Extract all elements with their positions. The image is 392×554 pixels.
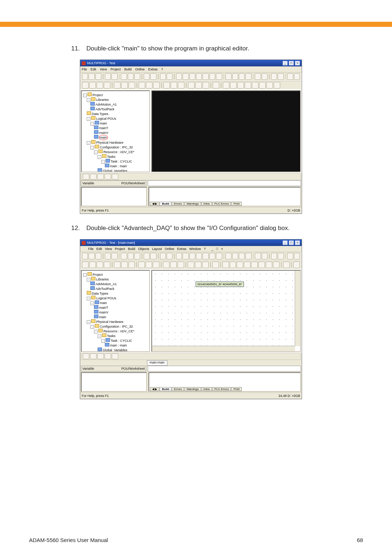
editor-canvas-2[interactable]: 001ADAM5051_B* ADAM5056_B* — [151, 270, 301, 352]
tree-advmotion[interactable]: AdvMotion_A1 — [95, 103, 117, 106]
tool-icon[interactable] — [167, 253, 172, 259]
tree-tasks[interactable]: Tasks — [107, 155, 115, 159]
mdi-maximize[interactable]: □ — [216, 247, 218, 251]
tool-icon[interactable] — [144, 73, 150, 80]
scroll-vertical[interactable] — [295, 271, 300, 346]
tool-icon[interactable] — [262, 73, 268, 80]
nav-arrows[interactable]: ◀ ▶ — [150, 202, 159, 206]
tool-icon[interactable] — [274, 82, 280, 89]
tool-icon[interactable] — [203, 253, 208, 259]
tool-icon[interactable] — [271, 253, 277, 259]
tool-icon[interactable] — [183, 73, 188, 80]
tool-icon[interactable] — [278, 73, 283, 80]
tool-icon[interactable] — [121, 253, 127, 259]
tool-icon[interactable] — [258, 262, 265, 268]
mdi-close[interactable]: × — [221, 247, 223, 251]
menu-help[interactable]: ? — [161, 67, 163, 71]
tool-icon[interactable] — [177, 262, 184, 268]
menu-extras[interactable]: Extras — [148, 67, 158, 71]
tool-icon[interactable] — [144, 253, 150, 259]
menubar-1[interactable]: File Edit View Project Build Online Extr… — [80, 66, 302, 72]
tree-advmotion[interactable]: AdvMotion_A1 — [95, 282, 117, 286]
tool-icon[interactable] — [114, 262, 121, 268]
tool-icon[interactable] — [171, 82, 177, 89]
tool-icon[interactable] — [189, 73, 195, 80]
menu-build[interactable]: Build — [128, 247, 135, 251]
tool-icon[interactable] — [188, 82, 195, 89]
tool-icon[interactable] — [178, 82, 184, 89]
tool-icon[interactable] — [203, 82, 209, 89]
tool-icon[interactable] — [266, 262, 272, 268]
tool-icon[interactable] — [196, 73, 202, 80]
tool-icon[interactable] — [293, 262, 300, 268]
tool-icon[interactable] — [89, 73, 94, 80]
tool-icon[interactable] — [230, 82, 237, 89]
tool-icon[interactable] — [146, 82, 152, 89]
tool-icon[interactable] — [262, 253, 268, 259]
tool-icon[interactable] — [251, 262, 258, 268]
tool-icon[interactable] — [82, 73, 88, 80]
variable-list-1[interactable] — [81, 187, 147, 206]
tool-icon[interactable] — [95, 73, 101, 80]
tool-icon[interactable] — [273, 262, 279, 268]
tool-icon[interactable] — [216, 253, 222, 259]
tool-icon[interactable] — [153, 82, 160, 89]
menu-extras[interactable]: Extras — [177, 247, 187, 251]
tree-logicalpous[interactable]: Logical POUs — [96, 117, 116, 120]
tool-icon[interactable] — [245, 253, 251, 259]
tab-warnings[interactable]: Warnings — [184, 202, 201, 206]
tool-icon[interactable] — [163, 262, 170, 268]
tree-tab-icon[interactable] — [97, 353, 104, 359]
scroll-horizontal[interactable] — [152, 346, 295, 351]
tool-icon[interactable] — [209, 253, 215, 259]
tool-icon[interactable] — [105, 73, 111, 80]
menu-file[interactable]: File — [88, 247, 94, 251]
tree-mainn[interactable]: main — [99, 315, 106, 319]
menu-help[interactable]: ? — [204, 247, 206, 251]
tree-tab-icon[interactable] — [97, 174, 104, 180]
tree-project[interactable]: Project — [93, 93, 103, 97]
tree-project[interactable]: Project — [93, 273, 103, 276]
tree-maint[interactable]: mainT — [99, 306, 108, 309]
tree-footer-2[interactable] — [81, 353, 301, 360]
tool-icon[interactable] — [97, 262, 103, 268]
tool-icon[interactable] — [167, 73, 172, 80]
tab-plcerrors[interactable]: PLC Errors — [212, 202, 231, 206]
tree-maint[interactable]: mainT — [99, 126, 108, 130]
variable-list-2[interactable] — [81, 372, 147, 392]
tool-icon[interactable] — [128, 82, 135, 89]
tool-icon[interactable] — [105, 253, 111, 259]
project-tree-2[interactable]: -Project -Libraries AdvMotion_A1 AdvTool… — [81, 270, 150, 352]
toolbar-row-2b[interactable] — [80, 260, 302, 269]
project-tree-1[interactable]: -Project -Libraries AdvMotion_A1 AdvTool… — [81, 90, 150, 172]
tree-config[interactable]: Configuration : IPC_32 — [100, 145, 133, 149]
menu-file[interactable]: File — [82, 67, 87, 71]
tree-task[interactable]: Task : CYCLIC — [111, 160, 132, 163]
tool-icon[interactable] — [245, 82, 251, 89]
tool-icon[interactable] — [255, 73, 261, 80]
tool-icon[interactable] — [82, 253, 88, 259]
tool-icon[interactable] — [176, 73, 182, 80]
menu-edit[interactable]: Edit — [97, 247, 102, 251]
tree-config[interactable]: Configuration : IPC_32 — [100, 325, 133, 328]
tree-tab-icon[interactable] — [83, 353, 89, 359]
tree-main[interactable]: main — [100, 122, 107, 125]
toolbar-row-1b[interactable] — [80, 252, 302, 260]
tree-tab-icon[interactable] — [105, 353, 111, 359]
tree-mainv[interactable]: mainV — [99, 311, 109, 314]
tab-build[interactable]: Build — [160, 387, 171, 391]
tool-icon[interactable] — [196, 253, 202, 259]
tool-icon[interactable] — [183, 253, 188, 259]
tool-icon[interactable] — [223, 82, 229, 89]
tool-icon[interactable] — [89, 253, 94, 259]
menu-view[interactable]: View — [100, 67, 107, 71]
tool-icon[interactable] — [225, 73, 231, 80]
tree-resource[interactable]: Resource : ADV_CE* — [103, 150, 134, 154]
tool-icon[interactable] — [82, 262, 89, 268]
tool-icon[interactable] — [138, 262, 145, 268]
menu-online[interactable]: Online — [165, 247, 174, 251]
tool-icon[interactable] — [244, 262, 250, 268]
tool-icon[interactable] — [95, 253, 101, 259]
tree-physhw[interactable]: Physical Hardware — [96, 141, 123, 144]
tool-icon[interactable] — [230, 262, 236, 268]
